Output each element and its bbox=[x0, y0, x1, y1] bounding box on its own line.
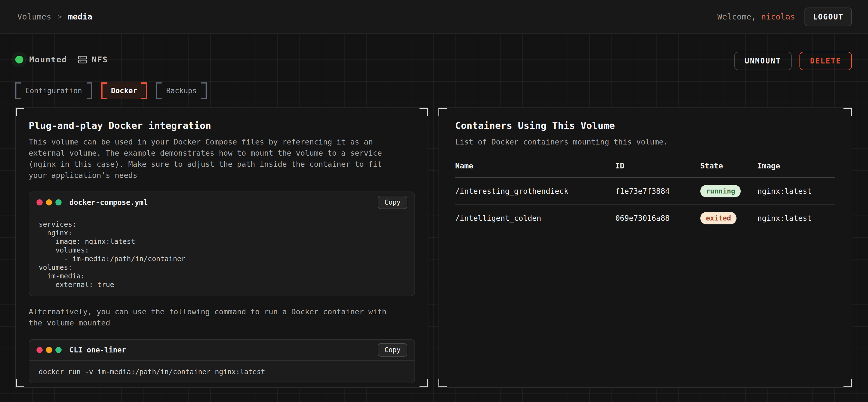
panel-corner-icon bbox=[843, 107, 852, 116]
main-content: Mounted NFS UNMOUNT DELETE Configuration… bbox=[0, 34, 868, 402]
unmount-button[interactable]: UNMOUNT bbox=[734, 52, 792, 70]
panel-corner-icon bbox=[15, 107, 24, 116]
container-state-cell: running bbox=[700, 185, 757, 197]
volume-actions: UNMOUNT DELETE bbox=[734, 52, 852, 70]
column-header-image: Image bbox=[757, 162, 835, 170]
traffic-light-red-icon bbox=[36, 199, 42, 205]
docker-integration-panel: Plug-and-play Docker integration This vo… bbox=[15, 107, 428, 388]
panel-corner-icon bbox=[438, 107, 447, 116]
cli-card-header: CLI one-liner Copy bbox=[29, 340, 414, 360]
containers-table: Name ID State Image /interesting_grothen… bbox=[455, 162, 835, 231]
status-badge-exited: exited bbox=[700, 212, 737, 224]
panel-corner-icon bbox=[420, 107, 428, 116]
docker-panel-title: Plug-and-play Docker integration bbox=[29, 120, 415, 131]
compose-code-content: services: nginx: image: nginx:latest vol… bbox=[29, 213, 414, 296]
table-row: /intelligent_colden 069e73016a88 exited … bbox=[455, 205, 835, 231]
cli-filename-label: CLI one-liner bbox=[69, 346, 126, 354]
container-id: 069e73016a88 bbox=[615, 214, 700, 223]
tab-backups[interactable]: Backups bbox=[156, 82, 207, 99]
compose-filename-label: docker-compose.yml bbox=[69, 198, 148, 207]
traffic-light-yellow-icon bbox=[46, 347, 52, 353]
welcome-prefix: Welcome, bbox=[717, 12, 756, 22]
column-header-id: ID bbox=[615, 162, 700, 170]
column-header-state: State bbox=[700, 162, 757, 170]
cli-copy-button[interactable]: Copy bbox=[378, 343, 407, 357]
containers-panel: Containers Using This Volume List of Doc… bbox=[438, 107, 852, 388]
panel-corner-icon bbox=[438, 379, 447, 388]
compose-copy-button[interactable]: Copy bbox=[378, 196, 407, 209]
tab-bar: Configuration Docker Backups bbox=[15, 82, 868, 99]
panel-corner-icon bbox=[420, 379, 428, 388]
table-row: /interesting_grothendieck f1e73e7f3884 r… bbox=[455, 178, 835, 205]
traffic-light-yellow-icon bbox=[46, 199, 52, 205]
cli-code-card: CLI one-liner Copy docker run -v im-medi… bbox=[29, 339, 415, 383]
server-icon bbox=[78, 55, 87, 64]
username-text: nicolas bbox=[761, 12, 795, 22]
status-badge-running: running bbox=[700, 185, 741, 197]
panel-corner-icon bbox=[843, 379, 852, 388]
top-bar: Volumes > media Welcome, nicolas LOGOUT bbox=[0, 0, 868, 34]
tab-configuration[interactable]: Configuration bbox=[15, 82, 92, 99]
container-id: f1e73e7f3884 bbox=[615, 187, 700, 195]
filesystem-type-label: NFS bbox=[92, 55, 108, 64]
container-image: nginx:latest bbox=[757, 187, 835, 195]
delete-button[interactable]: DELETE bbox=[800, 52, 852, 70]
mounted-status-dot-icon bbox=[15, 56, 23, 64]
logout-button[interactable]: LOGOUT bbox=[805, 7, 852, 26]
breadcrumb: Volumes > media bbox=[17, 12, 92, 22]
panels-row: Plug-and-play Docker integration This vo… bbox=[15, 107, 852, 388]
tab-docker[interactable]: Docker bbox=[101, 82, 147, 99]
cli-code-content: docker run -v im-media:/path/in/containe… bbox=[29, 360, 414, 383]
column-header-name: Name bbox=[455, 162, 615, 170]
traffic-light-green-icon bbox=[56, 347, 62, 353]
compose-code-card: docker-compose.yml Copy services: nginx:… bbox=[29, 192, 415, 296]
panel-corner-icon bbox=[15, 379, 24, 388]
docker-panel-description: This volume can be used in your Docker C… bbox=[29, 136, 399, 181]
container-name: /interesting_grothendieck bbox=[455, 187, 615, 195]
containers-table-header: Name ID State Image bbox=[455, 162, 835, 178]
traffic-light-green-icon bbox=[56, 199, 62, 205]
compose-card-header: docker-compose.yml Copy bbox=[29, 192, 414, 213]
container-name: /intelligent_colden bbox=[455, 214, 615, 223]
breadcrumb-current-volume: media bbox=[68, 12, 92, 22]
container-state-cell: exited bbox=[700, 212, 757, 224]
container-image: nginx:latest bbox=[757, 214, 835, 223]
cli-note-text: Alternatively, you can use the following… bbox=[29, 306, 399, 329]
top-bar-right: Welcome, nicolas LOGOUT bbox=[717, 7, 852, 26]
welcome-text: Welcome, nicolas bbox=[717, 12, 795, 22]
breadcrumb-separator-icon: > bbox=[57, 12, 62, 21]
breadcrumb-volumes-link[interactable]: Volumes bbox=[17, 12, 51, 22]
containers-panel-title: Containers Using This Volume bbox=[455, 120, 835, 131]
mounted-status-label: Mounted bbox=[29, 55, 67, 64]
traffic-light-red-icon bbox=[36, 347, 42, 353]
containers-panel-subtitle: List of Docker containers mounting this … bbox=[455, 136, 826, 147]
